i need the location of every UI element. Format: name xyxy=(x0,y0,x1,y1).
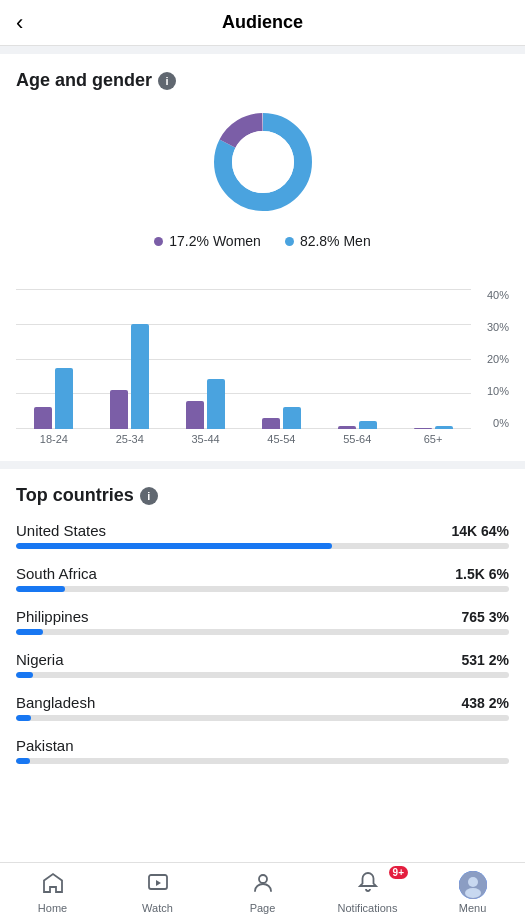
main-content: Age and gender i 17.2% Women 82.8% Men xyxy=(0,54,525,876)
country-item-bd: Bangladesh 438 2% xyxy=(16,694,509,721)
home-icon xyxy=(41,871,65,899)
bar-women-65-plus xyxy=(414,428,432,429)
svg-point-2 xyxy=(232,131,294,193)
svg-point-4 xyxy=(259,875,267,883)
bar-men-35-44 xyxy=(207,379,225,429)
y-label-20: 20% xyxy=(487,353,509,365)
country-bar-track-pk xyxy=(16,758,509,764)
notifications-icon xyxy=(356,871,380,899)
y-label-30: 30% xyxy=(487,321,509,333)
age-gender-info-icon[interactable]: i xyxy=(158,72,176,90)
country-name-us: United States xyxy=(16,522,106,539)
page-title: Audience xyxy=(222,12,303,33)
bar-women-35-44 xyxy=(186,401,204,429)
nav-home-label: Home xyxy=(38,902,67,914)
country-item-za: South Africa 1.5K 6% xyxy=(16,565,509,592)
legend-men: 82.8% Men xyxy=(285,233,371,249)
country-name-pk: Pakistan xyxy=(16,737,74,754)
bar-group-55-64 xyxy=(319,289,395,429)
country-bar-fill-ph xyxy=(16,629,43,635)
avatar-image xyxy=(459,871,487,899)
x-label-55-64: 55-64 xyxy=(319,433,395,445)
country-stats-us: 14K 64% xyxy=(451,523,509,539)
country-name-bd: Bangladesh xyxy=(16,694,95,711)
country-name-ng: Nigeria xyxy=(16,651,64,668)
bar-women-25-34 xyxy=(110,390,128,429)
country-bar-fill-za xyxy=(16,586,65,592)
bar-groups xyxy=(16,289,471,429)
y-label-0: 0% xyxy=(493,417,509,429)
chart-legend: 17.2% Women 82.8% Men xyxy=(16,233,509,249)
nav-page[interactable]: Page xyxy=(210,863,315,922)
nav-menu-label: Menu xyxy=(459,902,487,914)
bar-women-18-24 xyxy=(34,407,52,429)
nav-notifications-label: Notifications xyxy=(338,902,398,914)
country-bar-fill-us xyxy=(16,543,332,549)
page-icon xyxy=(251,871,275,899)
bar-men-18-24 xyxy=(55,368,73,429)
x-label-35-44: 35-44 xyxy=(168,433,244,445)
country-bar-track-ng xyxy=(16,672,509,678)
country-stats-pk xyxy=(505,738,509,754)
country-name-ph: Philippines xyxy=(16,608,89,625)
country-item-ph: Philippines 765 3% xyxy=(16,608,509,635)
section-divider xyxy=(0,461,525,469)
country-bar-track-bd xyxy=(16,715,509,721)
country-bar-track-ph xyxy=(16,629,509,635)
nav-watch[interactable]: Watch xyxy=(105,863,210,922)
y-label-10: 10% xyxy=(487,385,509,397)
bar-men-45-54 xyxy=(283,407,301,429)
country-bar-fill-ng xyxy=(16,672,33,678)
bar-group-35-44 xyxy=(168,289,244,429)
legend-women: 17.2% Women xyxy=(154,233,261,249)
bar-group-45-54 xyxy=(243,289,319,429)
bar-chart-container: 40% 30% 20% 10% 0% 18-24 25-34 35-44 45-… xyxy=(16,269,509,445)
x-label-18-24: 18-24 xyxy=(16,433,92,445)
bar-men-65-plus xyxy=(435,426,453,429)
country-stats-za: 1.5K 6% xyxy=(455,566,509,582)
country-stats-ng: 531 2% xyxy=(462,652,509,668)
age-gender-section-title: Age and gender i xyxy=(16,70,509,91)
top-countries-section-title: Top countries i xyxy=(16,485,509,506)
country-item-us: United States 14K 64% xyxy=(16,522,509,549)
donut-chart-container xyxy=(16,107,509,217)
bar-women-45-54 xyxy=(262,418,280,429)
svg-point-7 xyxy=(465,888,481,898)
x-label-25-34: 25-34 xyxy=(92,433,168,445)
men-dot xyxy=(285,237,294,246)
country-stats-ph: 765 3% xyxy=(462,609,509,625)
nav-notifications[interactable]: 9+ Notifications xyxy=(315,863,420,922)
y-label-40: 40% xyxy=(487,289,509,301)
bar-group-65-plus xyxy=(395,289,471,429)
watch-icon xyxy=(146,871,170,899)
back-button[interactable]: ‹ xyxy=(16,10,23,36)
bar-group-25-34 xyxy=(92,289,168,429)
header: ‹ Audience xyxy=(0,0,525,46)
menu-avatar xyxy=(459,871,487,899)
svg-point-6 xyxy=(468,877,478,887)
country-bar-track-us xyxy=(16,543,509,549)
men-label: 82.8% Men xyxy=(300,233,371,249)
country-item-pk: Pakistan xyxy=(16,737,509,764)
x-label-45-54: 45-54 xyxy=(243,433,319,445)
nav-page-label: Page xyxy=(250,902,276,914)
country-name-za: South Africa xyxy=(16,565,97,582)
bar-women-55-64 xyxy=(338,426,356,429)
bar-men-55-64 xyxy=(359,421,377,429)
country-bar-track-za xyxy=(16,586,509,592)
women-label: 17.2% Women xyxy=(169,233,261,249)
country-bar-fill-bd xyxy=(16,715,31,721)
bar-group-18-24 xyxy=(16,289,92,429)
nav-menu[interactable]: Menu xyxy=(420,863,525,922)
nav-home[interactable]: Home xyxy=(0,863,105,922)
top-countries-info-icon[interactable]: i xyxy=(140,487,158,505)
bottom-nav: Home Watch Page 9+ Notifications xyxy=(0,862,525,922)
nav-watch-label: Watch xyxy=(142,902,173,914)
notification-badge: 9+ xyxy=(389,866,408,879)
x-label-65-plus: 65+ xyxy=(395,433,471,445)
country-stats-bd: 438 2% xyxy=(462,695,509,711)
country-item-ng: Nigeria 531 2% xyxy=(16,651,509,678)
donut-chart xyxy=(208,107,318,217)
country-bar-fill-pk xyxy=(16,758,30,764)
bar-men-25-34 xyxy=(131,324,149,429)
